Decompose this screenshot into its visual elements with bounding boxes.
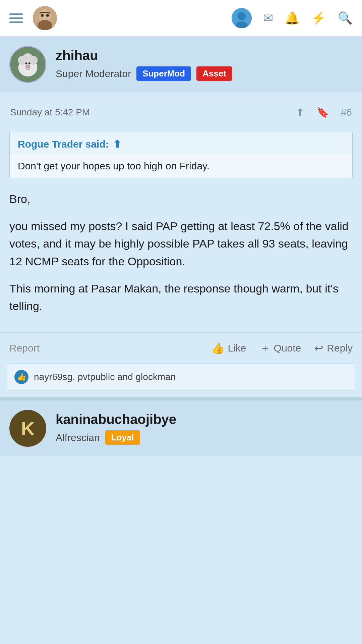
reply-label: Reply	[327, 342, 353, 354]
post-author-info: zhihau Super Moderator SuperMod Asset	[56, 48, 232, 81]
action-bar: Report 👍 Like ＋ Quote ↩ Reply	[0, 332, 362, 364]
post-user-header: zhihau Super Moderator SuperMod Asset	[0, 37, 362, 92]
post-paragraph-1: Bro,	[9, 190, 353, 208]
quote-header: Rogue Trader said: ⬆	[10, 132, 352, 154]
bookmark-icon[interactable]: 🔖	[316, 106, 329, 118]
section-divider	[0, 397, 362, 400]
bell-icon[interactable]: 🔔	[285, 11, 300, 25]
badge-asset: Asset	[196, 66, 232, 81]
svg-point-3	[41, 14, 44, 17]
post2-author-avatar: K	[9, 410, 46, 447]
likes-text: nayr69sg, pvtpublic and glockman	[34, 372, 176, 382]
reply-button[interactable]: ↩ Reply	[314, 342, 353, 355]
author-role: Super Moderator	[56, 68, 131, 79]
nav-icon-group: ✉ 🔔 ⚡ 🔍	[232, 8, 353, 28]
quote-button[interactable]: ＋ Quote	[260, 341, 301, 356]
bubble-pointer	[18, 92, 30, 100]
svg-point-13	[25, 62, 27, 64]
nav-user-avatar[interactable]	[232, 8, 252, 28]
top-navigation: ✉ 🔔 ⚡ 🔍	[0, 0, 362, 37]
search-icon[interactable]: 🔍	[338, 11, 353, 25]
likes-thumb-icon: 👍	[14, 370, 28, 384]
quote-label: Quote	[274, 342, 301, 354]
post2-user-header: K kaninabuchaojibye Alfrescian Loyal	[0, 400, 362, 456]
post-author-avatar	[9, 46, 46, 83]
svg-point-14	[28, 62, 31, 64]
report-button[interactable]: Report	[9, 342, 40, 354]
author-username: zhihau	[56, 48, 232, 63]
svg-point-6	[238, 12, 246, 20]
likes-row: 👍 nayr69sg, pvtpublic and glockman	[7, 364, 355, 390]
post-paragraph-2: you missed my posts? I said PAP getting …	[9, 217, 353, 270]
svg-point-15	[25, 65, 30, 68]
quote-author-name: Rogue Trader said:	[18, 139, 109, 150]
post2-author-username: kaninabuchaojibye	[56, 412, 176, 427]
quote-text: Don't get your hopes up too high on Frid…	[18, 160, 209, 171]
post-body: Rogue Trader said: ⬆ Don't get your hope…	[0, 125, 362, 332]
quote-content: Don't get your hopes up too high on Frid…	[10, 154, 352, 178]
hamburger-menu[interactable]	[9, 13, 23, 23]
like-button[interactable]: 👍 Like	[211, 342, 246, 355]
share-icon[interactable]: ⬆	[296, 106, 304, 118]
bubble-pointer-2	[18, 456, 30, 464]
quote-icon: ＋	[260, 341, 270, 356]
post-meta-bar: Sunday at 5:42 PM ⬆ 🔖 #6	[0, 100, 362, 125]
badge-loyal: Loyal	[105, 430, 140, 445]
like-label: Like	[228, 342, 246, 354]
svg-point-4	[46, 14, 49, 17]
post2-avatar-initial: K	[21, 418, 35, 439]
mail-icon[interactable]: ✉	[263, 11, 273, 25]
post-timestamp: Sunday at 5:42 PM	[10, 107, 90, 118]
post-number: #6	[341, 107, 352, 118]
post-meta-icons: ⬆ 🔖 #6	[296, 106, 352, 118]
post-paragraph-3: This morning at Pasar Makan, the respons…	[9, 280, 353, 315]
reply-icon: ↩	[314, 342, 323, 355]
quote-block: Rogue Trader said: ⬆ Don't get your hope…	[9, 132, 353, 178]
like-icon: 👍	[211, 342, 225, 355]
lightning-icon[interactable]: ⚡	[311, 11, 326, 25]
quote-author: Rogue Trader said: ⬆	[18, 138, 344, 150]
svg-point-12	[22, 53, 34, 65]
post2-author-info: kaninabuchaojibye Alfrescian Loyal	[56, 412, 176, 445]
nav-main-avatar[interactable]	[33, 6, 57, 30]
post-text: Bro, you missed my posts? I said PAP get…	[9, 190, 353, 315]
badge-supermod: SuperMod	[136, 66, 191, 81]
author-role-row: Super Moderator SuperMod Asset	[56, 66, 232, 81]
quote-arrow-icon: ⬆	[113, 138, 121, 150]
post2-author-role-row: Alfrescian Loyal	[56, 430, 176, 445]
post-section: zhihau Super Moderator SuperMod Asset Su…	[0, 37, 362, 390]
post2-author-role: Alfrescian	[56, 432, 100, 443]
